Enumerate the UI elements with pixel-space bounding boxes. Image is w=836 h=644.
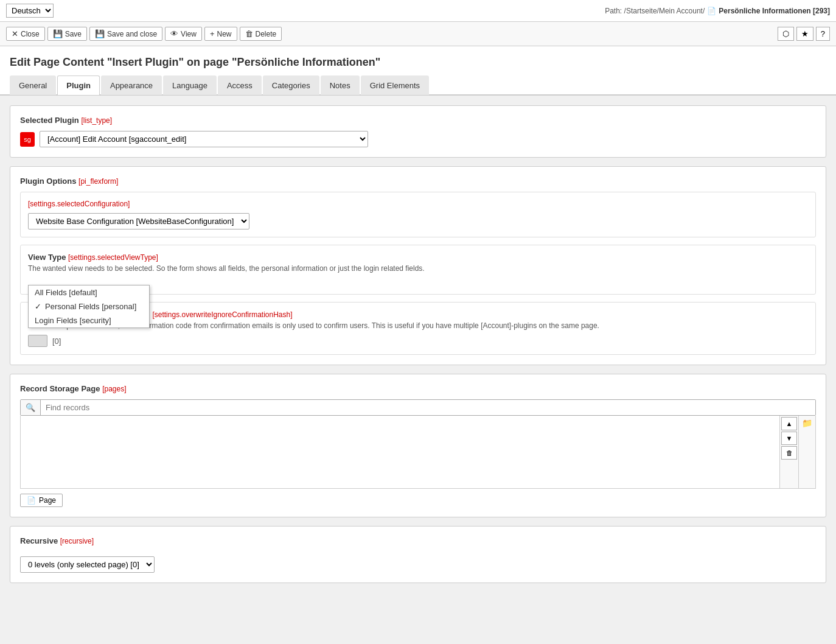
language-select[interactable]: Deutsch English [6, 4, 54, 18]
recursive-title: Recursive [recursive] [20, 536, 816, 545]
recursive-section: Recursive [recursive] 0 levels (only sel… [10, 526, 826, 583]
plugin-options-section: Plugin Options [pi_flexform] [settings.s… [10, 166, 826, 365]
page-header: Edit Page Content "Insert Plugin" on pag… [0, 46, 836, 75]
page-btn-label: Page [39, 496, 56, 505]
save-label: Save [65, 30, 82, 38]
save-close-button[interactable]: 💾 Save and close [89, 27, 162, 41]
record-storage-section: Record Storage Page [pages] 🔍 ▲ ▼ 🗑 📁 📄 … [10, 374, 826, 517]
view-button[interactable]: 👁 View [165, 27, 202, 41]
help-button[interactable]: ? [816, 27, 830, 41]
page-title-breadcrumb: Persönliche Informationen [293] [719, 7, 830, 15]
prevent-toggle[interactable] [28, 335, 47, 347]
page-button[interactable]: 📄 Page [20, 494, 63, 507]
record-list-area: ▲ ▼ 🗑 📁 [20, 416, 816, 489]
new-button[interactable]: + New [204, 27, 237, 41]
browse-folder-button[interactable]: 📁 [802, 418, 812, 428]
plugin-icon-label: sg [24, 136, 31, 143]
config-sub-label: [settings.selectedConfiguration] [28, 200, 808, 208]
save-close-label: Save and close [107, 30, 157, 38]
main-content: Selected Plugin [list_type] sg [Account]… [0, 96, 836, 601]
view-type-label: View Type [28, 253, 66, 262]
new-icon: + [210, 29, 215, 38]
new-label: New [217, 30, 232, 38]
dropdown-box: All Fields [default] Personal Fields [pe… [28, 285, 150, 328]
selected-plugin-section: Selected Plugin [list_type] sg [Account]… [10, 105, 826, 158]
view-label: View [181, 30, 197, 38]
page-icon: 📄 [707, 7, 716, 15]
dropdown-option-login[interactable]: Login Fields [security] [29, 313, 149, 327]
record-search-row: 🔍 [20, 399, 816, 416]
page-title: Edit Page Content "Insert Plugin" on pag… [10, 56, 380, 68]
tab-categories[interactable]: Categories [263, 75, 319, 95]
move-down-button[interactable]: ▼ [781, 432, 797, 445]
plugin-icon: sg [20, 132, 35, 147]
view-icon: 👁 [170, 29, 178, 38]
top-right-actions: ⬡ ★ ? [778, 27, 830, 41]
view-type-desc: The wanted view needs to be selected. So… [28, 264, 808, 273]
selected-plugin-key: [list_type] [81, 116, 112, 125]
move-up-button[interactable]: ▲ [781, 417, 797, 430]
tab-notes[interactable]: Notes [321, 75, 360, 95]
breadcrumb: Path: /Startseite/Mein Account/ 📄 Persön… [605, 7, 830, 15]
plugin-options-key: [pi_flexform] [78, 177, 118, 186]
top-bar: Deutsch English Path: /Startseite/Mein A… [0, 0, 836, 22]
record-list-box[interactable] [20, 416, 780, 489]
save-icon: 💾 [53, 29, 63, 38]
close-icon: ✕ [12, 29, 18, 38]
tab-language[interactable]: Language [163, 75, 217, 95]
save-close-icon: 💾 [95, 29, 105, 38]
plugin-options-title: Plugin Options [pi_flexform] [20, 177, 816, 186]
recursive-select[interactable]: 0 levels (only selected page) [0] 1 leve… [20, 556, 155, 573]
selected-config-subsection: [settings.selectedConfiguration] Website… [20, 192, 816, 237]
plugin-select-row: sg [Account] Edit Account [sgaccount_edi… [20, 131, 816, 147]
save-button[interactable]: 💾 Save [47, 27, 87, 41]
toolbar: ✕ Close 💾 Save 💾 Save and close 👁 View +… [0, 22, 836, 46]
delete-button[interactable]: 🗑 Delete [240, 27, 282, 41]
folder-button-area: 📁 [799, 416, 816, 489]
toggle-row: [0] [28, 335, 808, 347]
recursive-label: Recursive [20, 536, 58, 545]
toggle-value: [0] [52, 337, 61, 346]
plugin-select[interactable]: [Account] Edit Account [sgaccount_edit] [40, 131, 368, 147]
record-storage-key: [pages] [102, 385, 126, 393]
tab-plugin[interactable]: Plugin [57, 75, 100, 95]
tabs-bar: General Plugin Appearance Language Acces… [0, 75, 836, 96]
recursive-key: [recursive] [60, 537, 94, 545]
view-type-title-row: View Type [settings.selectedViewType] [28, 253, 808, 262]
plugin-options-label: Plugin Options [20, 177, 76, 186]
record-list-controls: ▲ ▼ 🗑 [780, 416, 799, 489]
view-type-key: [settings.selectedViewType] [68, 253, 158, 262]
close-button[interactable]: ✕ Close [6, 27, 45, 41]
page-btn-row: 📄 Page [20, 494, 816, 507]
close-label: Close [21, 30, 40, 38]
dropdown-option-personal[interactable]: Personal Fields [personal] [29, 299, 149, 313]
config-select[interactable]: Website Base Configuration [WebsiteBaseC… [28, 213, 249, 229]
prevent-key: [settings.overwriteIgnoreConfirmationHas… [152, 310, 292, 319]
selected-plugin-label: Selected Plugin [20, 116, 79, 125]
record-storage-title: Record Storage Page [pages] [20, 384, 816, 393]
external-link-button[interactable]: ⬡ [778, 27, 794, 41]
dropdown-option-all[interactable]: All Fields [default] [29, 285, 149, 299]
search-icon: 🔍 [21, 400, 41, 415]
tab-general[interactable]: General [10, 75, 56, 95]
tab-access[interactable]: Access [218, 75, 262, 95]
remove-record-button[interactable]: 🗑 [781, 446, 797, 460]
record-search-input[interactable] [41, 400, 815, 415]
record-storage-label: Record Storage Page [20, 384, 100, 393]
path-text: Path: /Startseite/Mein Account/ [605, 7, 705, 15]
tab-grid-elements[interactable]: Grid Elements [361, 75, 429, 95]
selected-plugin-title: Selected Plugin [list_type] [20, 116, 816, 125]
page-btn-icon: 📄 [27, 496, 36, 505]
delete-icon: 🗑 [245, 29, 253, 38]
delete-label: Delete [256, 30, 277, 38]
bookmark-button[interactable]: ★ [796, 27, 813, 41]
tab-appearance[interactable]: Appearance [101, 75, 162, 95]
view-type-subsection: View Type [settings.selectedViewType] Th… [20, 245, 816, 295]
